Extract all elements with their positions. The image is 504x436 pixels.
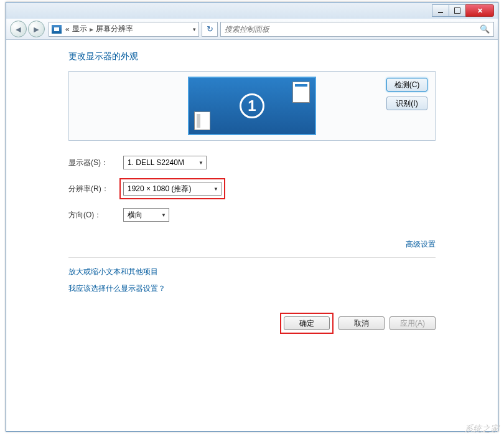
cancel-button[interactable]: 取消 [338,316,385,330]
search-box[interactable]: 🔍 [220,22,494,37]
display-row: 显示器(S)： 1. DELL S2240M [68,156,436,169]
button-row: 确定 取消 应用(A) [68,313,436,334]
breadcrumb-part1[interactable]: 显示 [72,24,87,34]
resolution-highlight: 1920 × 1080 (推荐) [119,178,225,199]
orientation-row: 方向(O)： 横向 [68,208,436,222]
ok-button[interactable]: 确定 [284,316,330,330]
minimize-button[interactable] [432,4,449,17]
preview-window-bl [194,111,210,130]
advanced-settings-link[interactable]: 高级设置 [406,240,436,249]
resolution-label: 分辨率(R)： [68,184,123,194]
refresh-button[interactable]: ↻ [202,22,218,37]
orientation-value: 横向 [128,210,142,220]
resolution-row: 分辨率(R)： 1920 × 1080 (推荐) [68,178,436,199]
window-controls [432,4,494,17]
detect-button[interactable]: 检测(C) [386,78,427,92]
forward-button[interactable]: ► [28,21,45,37]
close-button[interactable] [465,4,494,17]
address-bar[interactable]: « 显示 ▸ 屏幕分辨率 ▾ [49,22,199,37]
panel-buttons: 检测(C) 识别(I) [386,78,427,110]
watermark: 系统之家 [464,424,499,435]
control-panel-icon [52,25,62,34]
which-settings-link[interactable]: 我应该选择什么显示器设置？ [68,283,436,294]
resolution-dropdown[interactable]: 1920 × 1080 (推荐) [123,182,222,196]
apply-button[interactable]: 应用(A) [390,316,436,330]
display-value: 1. DELL S2240M [128,158,184,167]
help-links: 放大或缩小文本和其他项目 我应该选择什么显示器设置？ [68,267,436,294]
monitor-number: 1 [240,93,264,118]
titlebar [6,2,498,19]
ok-highlight: 确定 [280,313,334,334]
resolution-value: 1920 × 1080 (推荐) [128,184,191,194]
advanced-link-row: 高级设置 [68,238,436,250]
search-icon[interactable]: 🔍 [480,24,490,34]
breadcrumb-part2[interactable]: 屏幕分辨率 [96,24,133,34]
orientation-label: 方向(O)： [68,210,123,220]
display-label: 显示器(S)： [68,158,123,168]
display-dropdown[interactable]: 1. DELL S2240M [123,156,207,169]
back-button[interactable]: ◄ [10,21,27,37]
search-input[interactable] [225,25,480,34]
page-title: 更改显示器的外观 [68,51,436,62]
orientation-dropdown[interactable]: 横向 [123,208,169,222]
nav-arrows: ◄ ► [10,21,45,37]
content-area: 更改显示器的外观 1 检测(C) 识别(I) 显示器(S)： 1. DELL S… [6,40,498,334]
breadcrumb: « 显示 ▸ 屏幕分辨率 [65,24,133,34]
breadcrumb-back: « [65,25,70,34]
preview-window-tr [292,82,310,103]
monitor-preview[interactable]: 1 [188,77,316,135]
text-size-link[interactable]: 放大或缩小文本和其他项目 [68,267,436,277]
divider [68,257,436,258]
window: ◄ ► « 显示 ▸ 屏幕分辨率 ▾ ↻ 🔍 更改显示器的外观 1 [6,2,498,432]
maximize-button[interactable] [449,4,466,17]
chevron-right-icon: ▸ [90,25,93,34]
address-dropdown-icon[interactable]: ▾ [193,26,196,32]
navbar: ◄ ► « 显示 ▸ 屏幕分辨率 ▾ ↻ 🔍 [6,19,498,40]
identify-button[interactable]: 识别(I) [386,97,427,110]
monitor-preview-panel: 1 检测(C) 识别(I) [68,71,436,141]
